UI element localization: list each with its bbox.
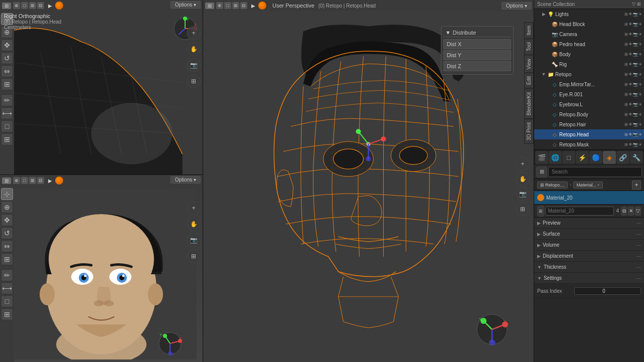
prop-tab-scene[interactable]: 🎬	[535, 151, 548, 164]
cage-tool-top[interactable]: □	[1, 120, 13, 132]
prop-tab-constraints[interactable]: 🔗	[616, 151, 629, 164]
mat-name-field[interactable]	[545, 207, 614, 216]
options-btn-top[interactable]: Options ▾	[171, 1, 201, 9]
breadcrumb-material[interactable]: Material... ▾	[573, 182, 603, 189]
view-mode-btn-top[interactable]: ⊞	[2, 3, 11, 9]
rotate-tool-top[interactable]: ↺	[1, 52, 13, 64]
breadcrumb-retopo[interactable]: ⊞ Retopo....	[537, 182, 568, 189]
section-surface-header[interactable]: ▶ Surface —	[534, 229, 644, 240]
transform-tool-bottom[interactable]: ⊞	[1, 253, 13, 265]
cage-tool-bottom[interactable]: □	[1, 295, 13, 307]
grid-tool-bottom[interactable]: ⊞	[1, 308, 13, 320]
collection-search-btn[interactable]: ⊞	[637, 2, 641, 7]
scale-tool-top[interactable]: ⇔	[1, 65, 13, 77]
collection-item-emp[interactable]: ◇ Emp.MirrorTar... ⊞ 👁 📷 ☀	[534, 79, 644, 89]
collection-item-retopo-body[interactable]: ◇ Retopo.Body ⊞ 👁 📷 ☀	[534, 109, 644, 119]
main-vp-path: (0) Retopo | Retopo.Head	[318, 3, 376, 9]
transform-tool-top[interactable]: ⊞	[1, 78, 13, 90]
hand-bottom[interactable]: ✋	[187, 217, 201, 231]
svg-point-31	[94, 300, 104, 306]
options-btn-bottom[interactable]: Options ▾	[171, 176, 201, 184]
tab-blenderkit[interactable]: BlenderKit	[524, 89, 534, 119]
collection-filter-btn[interactable]: ▽	[632, 2, 635, 7]
zoom-in-bottom[interactable]: +	[187, 201, 201, 215]
section-settings-header[interactable]: ▼ Settings —	[534, 273, 644, 284]
collection-item-pedro[interactable]: 📦 Pedro head ⊞ 👁 📷 ☀	[534, 39, 644, 49]
collection-item-eye[interactable]: ◇ Eye.R.001 ⊞ 👁 📷 ☀	[534, 89, 644, 99]
prop-tab-world[interactable]: 🌐	[549, 151, 562, 164]
section-preview-header[interactable]: ▶ Preview —	[534, 218, 644, 229]
main-zoom-in[interactable]: +	[516, 157, 530, 171]
annotate-tool-top[interactable]: ✏	[1, 94, 13, 106]
main-canvas[interactable]: X Y Z + ✋ 📷 ⊞ ▼ Distribute Dist X Dist Y…	[203, 11, 534, 362]
collection-item-lights[interactable]: ▶ 💡 Lights ⊞ 👁 📷 ☀	[534, 9, 644, 19]
dist-z-btn[interactable]: Dist Z	[443, 61, 511, 71]
dist-x-btn[interactable]: Dist X	[443, 39, 511, 49]
collection-item-eyebrow[interactable]: ◇ Eyebrow.L ⊞ 👁 📷 ☀	[534, 99, 644, 109]
main-grid[interactable]: ⊞	[516, 202, 530, 216]
grid-top[interactable]: ⊞	[187, 74, 201, 88]
prop-tab-particles[interactable]: ⚡	[576, 151, 589, 164]
tab-tool[interactable]: Tool	[524, 39, 534, 55]
tab-edit[interactable]: Edit	[524, 73, 534, 88]
mat-browse-btn[interactable]: ⊞	[537, 206, 544, 217]
dist-y-btn[interactable]: Dist Y	[443, 50, 511, 60]
rotate-tool-bottom[interactable]: ↺	[1, 227, 13, 239]
section-displacement-header[interactable]: ▶ Displacement —	[534, 251, 644, 262]
camera-bottom[interactable]: 📷	[187, 233, 201, 247]
props-filter-btn[interactable]: ⊞	[536, 166, 547, 177]
collection-item-camera[interactable]: 📷 Camera ⊞ 👁 📷 ☀	[534, 29, 644, 39]
retopo-expand[interactable]: ▼	[541, 72, 546, 77]
move-tool-top[interactable]: ✥	[1, 39, 13, 51]
view-mode-btn-bottom[interactable]: ⊞	[2, 177, 11, 184]
main-options-btn[interactable]: Options ▾	[502, 2, 532, 10]
measure-tool-bottom[interactable]: ⟷	[1, 282, 13, 294]
collection-item-retopo-hair[interactable]: ◇ Retopo.Hair ⊞ 👁 📷 ☀	[534, 119, 644, 129]
tab-view[interactable]: View	[524, 55, 534, 73]
collection-item-retopo[interactable]: ▼ 📁 Retopo ⊞ 👁 📷 ☀	[534, 69, 644, 79]
main-camera[interactable]: 📷	[516, 187, 530, 201]
select-tool-bottom[interactable]: ⊹	[1, 188, 13, 200]
measure-tool-top[interactable]: ⟷	[1, 107, 13, 119]
prop-tab-object[interactable]: □	[562, 151, 575, 164]
lights-expand[interactable]: ▶	[541, 12, 546, 17]
material-item-20[interactable]: Material_20	[534, 191, 644, 204]
hand-top[interactable]: ✋	[187, 42, 201, 56]
section-volume-header[interactable]: ▶ Volume —	[534, 240, 644, 251]
viewport-top-canvas[interactable]: X Y ⊹ ⊕ ✥ ↺ ⇔ ⊞ ✏ ⟷ □ ⊞	[0, 11, 203, 174]
breadcrumb-icon: ⊞	[540, 183, 544, 188]
mat-remove-btn[interactable]: ✕	[628, 207, 634, 216]
cursor-tool-bottom[interactable]: ⊕	[1, 201, 13, 213]
svg-text:Z: Z	[494, 341, 496, 345]
tab-item[interactable]: Item	[524, 22, 534, 39]
section-thickness-header[interactable]: ▼ Thickness —	[534, 262, 644, 273]
mat-copy-btn[interactable]: ⧉	[621, 207, 627, 216]
prop-tab-modifiers[interactable]: 🔧	[630, 151, 643, 164]
main-view-mode-btn[interactable]: ⊞	[205, 3, 214, 9]
annotate-tool-bottom[interactable]: ✏	[1, 269, 13, 281]
tab-3dprint[interactable]: 3D Print	[524, 119, 534, 144]
main-hand[interactable]: ✋	[516, 172, 530, 186]
right-nav-bottom: + ✋ 📷 ⊞	[187, 201, 201, 263]
props-search[interactable]	[548, 167, 642, 177]
distribute-chevron: ▼	[445, 30, 451, 36]
left-toolbar-bottom: ⊹ ⊕ ✥ ↺ ⇔ ⊞ ✏ ⟷ □ ⊞	[0, 186, 14, 362]
camera-top[interactable]: 📷	[187, 58, 201, 72]
zoom-in-top[interactable]: +	[187, 26, 201, 40]
material-add-btn[interactable]: +	[632, 180, 641, 190]
scale-tool-bottom[interactable]: ⇔	[1, 240, 13, 252]
move-tool-bottom[interactable]: ✥	[1, 214, 13, 226]
viewport-bottom-canvas[interactable]: ⊹ ⊕ ✥ ↺ ⇔ ⊞ ✏ ⟷ □ ⊞ + ✋ 📷 ⊞	[0, 186, 203, 362]
prop-tab-material[interactable]: ◈	[603, 151, 616, 164]
prop-tab-physics[interactable]: 🔵	[589, 151, 602, 164]
grid-tool-top[interactable]: ⊞	[1, 133, 13, 145]
collection-item-retopo-head[interactable]: ◇ Retopo.Head ⊞ 👁 📷 ☀	[534, 129, 644, 139]
main-axis-gizmo: X Y Z	[476, 313, 509, 347]
mat-filter-btn[interactable]: ▽	[635, 207, 641, 216]
pass-index-input[interactable]	[574, 287, 641, 295]
collection-item-headblock[interactable]: 📦 Head Block ⊞ 👁 📷 ☀	[534, 19, 644, 29]
collection-item-retopo-mask[interactable]: ◇ Retopo.Mask ⊞ 👁 📷 ☀	[534, 139, 644, 149]
collection-item-rig[interactable]: 🦴 Rig ⊞ 👁 📷 ☀	[534, 59, 644, 69]
collection-item-body[interactable]: 📦 Body ⊞ 👁 📷 ☀	[534, 49, 644, 59]
grid-bottom[interactable]: ⊞	[187, 249, 201, 263]
